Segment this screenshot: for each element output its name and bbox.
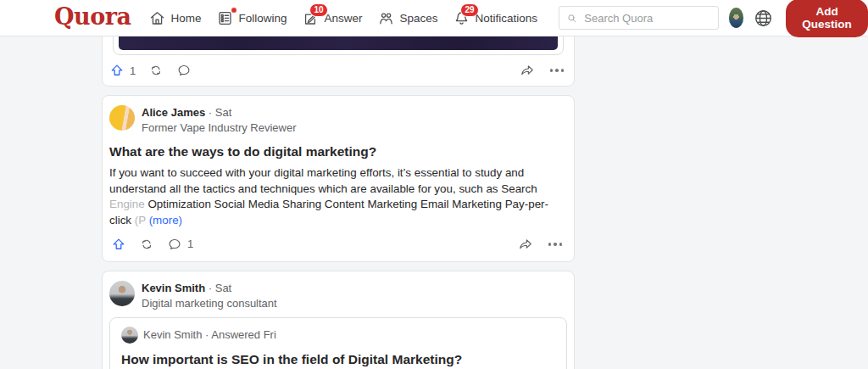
upvote-button[interactable] <box>111 237 126 252</box>
comment-button[interactable]: 1 <box>167 237 193 252</box>
more-options-button[interactable] <box>548 243 563 246</box>
card1-action-bar: 1 <box>103 55 574 84</box>
card2-action-bar: 1 <box>109 229 567 258</box>
answer-badge: 10 <box>309 3 327 17</box>
post-time: Sat <box>215 282 232 294</box>
more-link[interactable]: (more) <box>149 214 182 226</box>
comment-icon <box>176 63 192 78</box>
answer-question-title[interactable]: How important is SEO in the field of Dig… <box>121 351 555 368</box>
upvote-icon <box>111 237 126 252</box>
notifications-icon: 29 <box>453 9 470 27</box>
share-button[interactable] <box>518 237 533 252</box>
repost-icon <box>139 237 154 252</box>
upvote-count: 1 <box>130 64 136 77</box>
more-dots-icon <box>550 69 565 72</box>
search-box[interactable] <box>559 6 718 30</box>
feed-card-question: Alice James · Sat Former Vape Industry R… <box>102 95 575 262</box>
author-name[interactable]: Kevin Smith <box>142 282 205 294</box>
nav-label-answer: Answer <box>324 12 362 25</box>
more-options-button[interactable] <box>550 69 565 72</box>
answer-author-name: Kevin Smith <box>143 328 202 341</box>
nav-item-spaces[interactable]: Spaces <box>370 9 445 27</box>
comment-button[interactable] <box>176 63 192 78</box>
author-name[interactable]: Alice James <box>142 106 205 119</box>
search-icon <box>566 12 577 25</box>
comment-icon <box>167 237 182 252</box>
following-icon <box>216 9 234 27</box>
main-nav: Home Following 10 Answer Spaces <box>141 9 545 27</box>
nav-label-spaces: Spaces <box>399 12 437 25</box>
spaces-icon <box>377 9 395 27</box>
kevin-avatar[interactable] <box>109 281 135 306</box>
feed-card-post-image: 1 <box>102 36 575 87</box>
nav-label-following: Following <box>238 12 287 25</box>
comment-count: 1 <box>187 238 193 250</box>
post-preview-box <box>113 36 564 55</box>
feed-area: 1 <box>0 36 868 369</box>
answer-icon: 10 <box>302 9 320 27</box>
upvote-button[interactable]: 1 <box>109 63 136 78</box>
notifications-badge: 29 <box>460 3 478 17</box>
quora-logo[interactable]: Quora <box>54 5 131 31</box>
answer-author-row[interactable]: Kevin Smith · Answered Fri <box>121 327 555 344</box>
post-image[interactable] <box>119 36 558 50</box>
nav-label-home: Home <box>170 12 201 25</box>
kevin-avatar-small <box>121 327 138 344</box>
more-dots-icon <box>548 243 563 246</box>
nav-item-answer[interactable]: 10 Answer <box>294 9 370 27</box>
user-avatar[interactable] <box>729 8 744 28</box>
feed-card-answer: Kevin Smith · Sat Digital marketing cons… <box>102 271 575 369</box>
header-right-cluster: Add Question <box>729 0 868 37</box>
post-time: Sat <box>215 106 232 119</box>
top-navbar: Quora Home Following 10 Answer <box>0 0 868 36</box>
following-new-dot <box>231 7 237 14</box>
answer-time: Answered Fri <box>211 328 276 341</box>
search-input[interactable] <box>582 11 710 25</box>
nav-item-following[interactable]: Following <box>209 9 294 27</box>
upvote-icon <box>109 63 125 78</box>
home-icon <box>148 9 166 27</box>
question-body: If you want to succeed with your digital… <box>109 165 567 229</box>
share-button[interactable] <box>520 63 535 78</box>
author-credential: Former Vape Industry Reviewer <box>142 121 297 134</box>
card1-actions-right <box>520 63 565 78</box>
card2-actions-right <box>518 237 563 252</box>
repost-button[interactable] <box>139 237 154 252</box>
alice-avatar[interactable] <box>109 105 135 131</box>
nav-item-home[interactable]: Home <box>141 9 209 27</box>
language-globe-icon[interactable] <box>753 8 774 29</box>
repost-icon <box>148 63 164 78</box>
share-icon <box>520 63 535 78</box>
repost-button[interactable] <box>148 63 164 78</box>
author-credential: Digital marketing consultant <box>142 297 277 310</box>
author-row: Kevin Smith · Sat Digital marketing cons… <box>109 281 567 310</box>
share-icon <box>518 237 533 252</box>
answer-preview-box: Kevin Smith · Answered Fri How important… <box>109 317 567 369</box>
nav-item-notifications[interactable]: 29 Notifications <box>445 9 545 27</box>
author-row: Alice James · Sat Former Vape Industry R… <box>109 105 567 134</box>
nav-label-notifications: Notifications <box>475 12 537 25</box>
add-question-button[interactable]: Add Question <box>786 0 868 37</box>
feed-column: 1 <box>102 36 575 369</box>
question-title[interactable]: What are the ways to do digital marketin… <box>109 143 567 160</box>
